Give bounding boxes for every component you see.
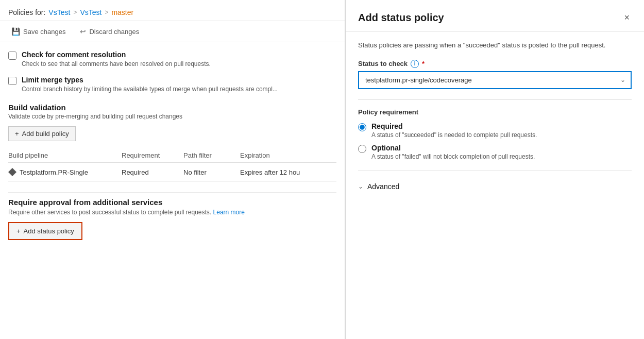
limit-merge-content: Limit merge types Control branch history…	[22, 76, 278, 93]
modal-body: Status policies are passing when a "succ…	[346, 32, 644, 339]
build-validation-title: Build validation	[8, 103, 336, 112]
pipeline-name: Testplatform.PR-Single	[20, 168, 88, 176]
policy-requirement-label: Policy requirement	[358, 108, 632, 116]
required-option-label: Required	[371, 122, 537, 130]
save-changes-button[interactable]: 💾 Save changes	[8, 25, 69, 38]
comment-resolution-desc: Check to see that all comments have been…	[22, 60, 211, 67]
limit-merge-title: Limit merge types	[22, 76, 278, 84]
breadcrumb: Policies for: VsTest > VsTest > master	[8, 8, 336, 16]
additional-services-title: Require approval from additional service…	[8, 198, 336, 207]
row-expiration: Expires after 12 hou	[240, 168, 343, 176]
chevron-down-icon: ⌄	[358, 183, 363, 190]
required-star: *	[422, 60, 425, 67]
required-option-content: Required A status of "succeeded" is need…	[371, 122, 537, 139]
divider-advanced	[358, 171, 632, 171]
optional-option-desc: A status of "failed" will not block comp…	[371, 153, 535, 160]
left-panel: Policies for: VsTest > VsTest > master 💾…	[0, 0, 345, 339]
breadcrumb-label: Policies for:	[8, 8, 45, 16]
row-requirement: Required	[122, 168, 183, 176]
required-option-desc: A status of "succeeded" is needed to com…	[371, 131, 537, 139]
modal-header: Add status policy ×	[346, 0, 644, 32]
row-path-filter: No filter	[183, 168, 240, 176]
status-to-check-select[interactable]: testplatform.pr-single/codecoverage	[358, 71, 632, 89]
build-validation-desc: Validate code by pre-merging and buildin…	[8, 113, 336, 120]
info-icon[interactable]: i	[411, 60, 419, 68]
modal-title: Add status policy	[358, 12, 444, 24]
optional-option-label: Optional	[371, 144, 535, 152]
add-build-policy-button[interactable]: + Add build policy	[8, 126, 76, 141]
limit-merge-checkbox[interactable]	[8, 77, 16, 85]
comment-resolution-item: Check for comment resolution Check to se…	[8, 50, 336, 67]
pipeline-icon	[8, 168, 16, 176]
optional-radio[interactable]	[358, 145, 366, 153]
breadcrumb-part1[interactable]: VsTest	[48, 8, 70, 16]
save-changes-label: Save changes	[23, 28, 65, 36]
plus-status-icon: +	[16, 227, 21, 235]
comment-resolution-content: Check for comment resolution Check to se…	[22, 50, 211, 67]
additional-services-desc: Require other services to post successfu…	[8, 209, 336, 216]
limit-merge-desc: Control branch history by limiting the a…	[22, 86, 278, 93]
table-header: Build pipeline Requirement Path filter E…	[8, 148, 336, 163]
breadcrumb-part3: master	[111, 8, 133, 16]
add-status-policy-label: Add status policy	[24, 227, 74, 235]
policy-radio-group: Required A status of "succeeded" is need…	[358, 122, 632, 160]
optional-radio-item: Optional A status of "failed" will not b…	[358, 144, 632, 160]
plus-icon: +	[15, 130, 19, 138]
status-to-check-label: Status to check i *	[358, 60, 632, 68]
status-select-wrapper: testplatform.pr-single/codecoverage ⌄	[358, 71, 632, 89]
close-modal-button[interactable]: ×	[622, 10, 632, 25]
modal-description: Status policies are passing when a "succ…	[358, 40, 632, 50]
breadcrumb-bar: Policies for: VsTest > VsTest > master	[0, 0, 345, 21]
discard-icon: ↩	[80, 27, 86, 36]
limit-merge-item: Limit merge types Control branch history…	[8, 76, 336, 93]
breadcrumb-part2[interactable]: VsTest	[80, 8, 101, 16]
col-expiration: Expiration	[240, 151, 343, 159]
required-radio-item: Required A status of "succeeded" is need…	[358, 122, 632, 139]
divider	[358, 99, 632, 100]
discard-changes-button[interactable]: ↩ Discard changes	[77, 25, 142, 38]
advanced-toggle[interactable]: ⌄ Advanced	[358, 179, 632, 194]
breadcrumb-sep2: >	[105, 9, 108, 16]
col-requirement: Requirement	[122, 151, 183, 159]
policy-section: Check for comment resolution Check to se…	[8, 50, 336, 93]
breadcrumb-sep1: >	[73, 9, 77, 16]
close-icon: ×	[624, 12, 630, 23]
add-status-policy-button[interactable]: + Add status policy	[8, 222, 82, 240]
optional-option-content: Optional A status of "failed" will not b…	[371, 144, 535, 160]
comment-resolution-title: Check for comment resolution	[22, 50, 211, 59]
discard-changes-label: Discard changes	[89, 28, 139, 36]
table-row: Testplatform.PR-Single Required No filte…	[8, 163, 336, 182]
pipeline-cell: Testplatform.PR-Single	[8, 168, 122, 176]
comment-resolution-checkbox[interactable]	[8, 52, 16, 60]
required-radio[interactable]	[358, 123, 366, 131]
toolbar: 💾 Save changes ↩ Discard changes	[0, 21, 345, 42]
col-path-filter: Path filter	[183, 151, 240, 159]
additional-services-desc-text: Require other services to post successfu…	[8, 209, 211, 216]
main-content: Check for comment resolution Check to se…	[0, 42, 345, 339]
col-pipeline: Build pipeline	[8, 151, 122, 159]
additional-services-section: Require approval from additional service…	[8, 192, 336, 240]
right-panel: Add status policy × Status policies are …	[345, 0, 644, 339]
save-icon: 💾	[11, 27, 20, 36]
add-build-policy-label: Add build policy	[22, 130, 69, 138]
advanced-label: Advanced	[367, 182, 399, 191]
learn-more-link[interactable]: Learn more	[213, 209, 245, 216]
